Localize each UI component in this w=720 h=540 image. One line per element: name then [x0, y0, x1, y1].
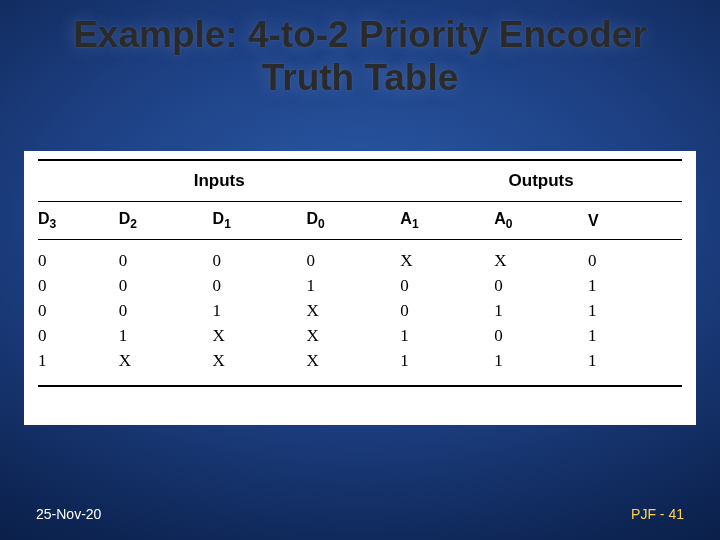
cell: 1	[494, 349, 588, 386]
cell: 0	[38, 240, 119, 274]
cell: 0	[400, 274, 494, 299]
group-header-outputs: Outputs	[400, 160, 682, 202]
cell: 1	[588, 274, 682, 299]
table-row: 0 0 0 1 0 0 1	[38, 274, 682, 299]
table-column-header-row: D3 D2 D1 D0 A1 A0 V	[38, 202, 682, 240]
cell: 1	[306, 274, 400, 299]
table-row: 0 0 1 X 0 1 1	[38, 299, 682, 324]
cell: 0	[213, 240, 307, 274]
cell: 1	[588, 349, 682, 386]
cell: X	[213, 349, 307, 386]
col-a0: A0	[494, 202, 588, 240]
cell: X	[306, 299, 400, 324]
cell: X	[213, 324, 307, 349]
cell: 1	[588, 324, 682, 349]
col-d0: D0	[306, 202, 400, 240]
table-row: 1 X X X 1 1 1	[38, 349, 682, 386]
col-v: V	[588, 202, 682, 240]
col-d3: D3	[38, 202, 119, 240]
cell: 0	[119, 240, 213, 274]
cell: 0	[38, 324, 119, 349]
cell: 1	[119, 324, 213, 349]
cell: X	[306, 324, 400, 349]
cell: 0	[213, 274, 307, 299]
title-line-1: Example: 4-to-2 Priority Encoder	[73, 14, 647, 55]
cell: X	[119, 349, 213, 386]
truth-table: Inputs Outputs D3 D2 D1 D0 A1 A0 V 0 0 0	[38, 159, 682, 387]
truth-table-panel: Inputs Outputs D3 D2 D1 D0 A1 A0 V 0 0 0	[24, 151, 696, 425]
cell: 1	[400, 349, 494, 386]
slide: Example: 4-to-2 Priority Encoder Truth T…	[0, 0, 720, 540]
cell: 0	[119, 274, 213, 299]
footer-date: 25-Nov-20	[36, 506, 101, 522]
col-d1: D1	[213, 202, 307, 240]
col-a1: A1	[400, 202, 494, 240]
table-group-header-row: Inputs Outputs	[38, 160, 682, 202]
cell: 0	[38, 299, 119, 324]
cell: 0	[38, 274, 119, 299]
col-d2: D2	[119, 202, 213, 240]
cell: 1	[400, 324, 494, 349]
cell: 0	[588, 240, 682, 274]
cell: 0	[119, 299, 213, 324]
cell: X	[400, 240, 494, 274]
footer-pageref: PJF - 41	[631, 506, 684, 522]
group-header-inputs: Inputs	[38, 160, 400, 202]
cell: 0	[400, 299, 494, 324]
table-row: 0 1 X X 1 0 1	[38, 324, 682, 349]
cell: 0	[306, 240, 400, 274]
cell: 1	[38, 349, 119, 386]
cell: 0	[494, 274, 588, 299]
cell: X	[306, 349, 400, 386]
cell: 1	[494, 299, 588, 324]
title-line-2: Truth Table	[262, 57, 459, 98]
table-row: 0 0 0 0 X X 0	[38, 240, 682, 274]
cell: X	[494, 240, 588, 274]
slide-title: Example: 4-to-2 Priority Encoder Truth T…	[0, 14, 720, 99]
cell: 0	[494, 324, 588, 349]
cell: 1	[213, 299, 307, 324]
cell: 1	[588, 299, 682, 324]
